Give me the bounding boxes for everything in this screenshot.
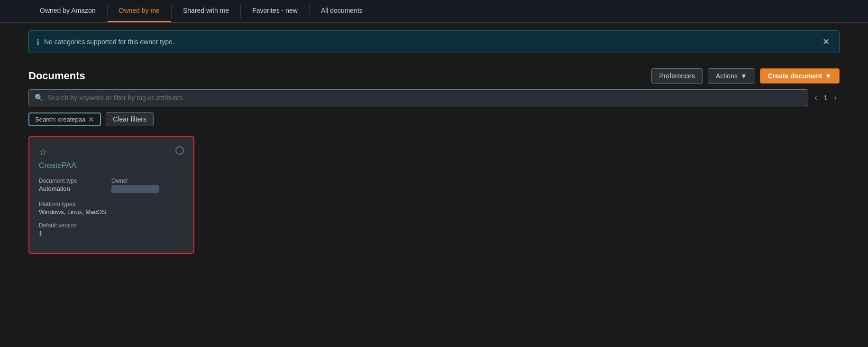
banner-left: ℹ No categories supported for this owner… (37, 38, 174, 47)
create-document-button[interactable]: Create document ▼ (760, 68, 840, 84)
card-title[interactable]: CreatePAA (39, 161, 184, 170)
search-filter-tag: Search: createpaa ✕ (28, 113, 101, 126)
search-icon: 🔍 (35, 94, 44, 102)
search-input[interactable] (47, 94, 802, 102)
actions-label: Actions (716, 72, 738, 80)
card-header: ☆ (39, 146, 184, 158)
documents-title: Documents (28, 70, 85, 82)
search-and-pagination: 🔍 ‹ 1 › (28, 89, 840, 106)
close-banner-button[interactable]: ✕ (821, 37, 831, 47)
pagination-next-button[interactable]: › (831, 93, 840, 103)
doc-type-value: Automation (39, 185, 111, 192)
doc-type-label: Document type (39, 178, 111, 184)
tabs-nav: Owned by Amazon Owned by me Shared with … (0, 0, 868, 23)
card-select-radio[interactable] (175, 146, 184, 155)
tab-favorites-new[interactable]: Favorites - new (241, 0, 309, 22)
platform-section: Platform types Windows, Linux, MacOS (39, 201, 111, 222)
pagination-prev-button[interactable]: ‹ (812, 93, 820, 103)
document-card: ☆ CreatePAA Document type Automation Own… (28, 136, 194, 254)
clear-filters-button[interactable]: Clear filters (106, 112, 154, 126)
search-box[interactable]: 🔍 (28, 89, 808, 106)
main-content: ℹ No categories supported for this owner… (0, 30, 868, 254)
tab-owned-by-amazon[interactable]: Owned by Amazon (28, 0, 107, 22)
owner-redacted (111, 185, 159, 193)
tab-shared-with-me[interactable]: Shared with me (172, 0, 240, 22)
actions-dropdown-icon: ▼ (740, 72, 747, 80)
owner-value (111, 185, 184, 194)
header-actions: Preferences Actions ▼ Create document ▼ (651, 68, 840, 84)
platform-value: Windows, Linux, MacOS (39, 208, 111, 216)
banner-text: No categories supported for this owner t… (44, 38, 174, 46)
info-banner: ℹ No categories supported for this owner… (28, 30, 840, 53)
version-label: Default version (39, 222, 111, 229)
doc-type-section: Document type Automation (39, 178, 111, 201)
cards-grid: ☆ CreatePAA Document type Automation Own… (28, 136, 840, 254)
pagination-current-page: 1 (824, 94, 828, 102)
star-icon[interactable]: ☆ (39, 146, 47, 158)
info-icon: ℹ (37, 38, 39, 47)
filter-tag-label: Search: createpaa (35, 116, 85, 123)
default-version-section: Default version 1 (39, 222, 111, 244)
version-value: 1 (39, 230, 111, 237)
filter-row: Search: createpaa ✕ Clear filters (28, 112, 840, 126)
owner-section: Owner (111, 178, 184, 201)
create-label: Create document (768, 72, 822, 80)
preferences-button[interactable]: Preferences (651, 68, 703, 84)
actions-button[interactable]: Actions ▼ (708, 68, 755, 84)
platform-label: Platform types (39, 201, 111, 207)
tab-all-documents[interactable]: All documents (310, 0, 374, 22)
filter-tag-close-button[interactable]: ✕ (88, 116, 94, 123)
documents-header: Documents Preferences Actions ▼ Create d… (28, 61, 840, 89)
card-meta: Document type Automation Owner Platform … (39, 178, 184, 244)
version-section (111, 201, 184, 222)
tab-owned-by-me[interactable]: Owned by me (108, 0, 171, 22)
create-dropdown-icon: ▼ (825, 72, 831, 80)
owner-label: Owner (111, 178, 184, 184)
